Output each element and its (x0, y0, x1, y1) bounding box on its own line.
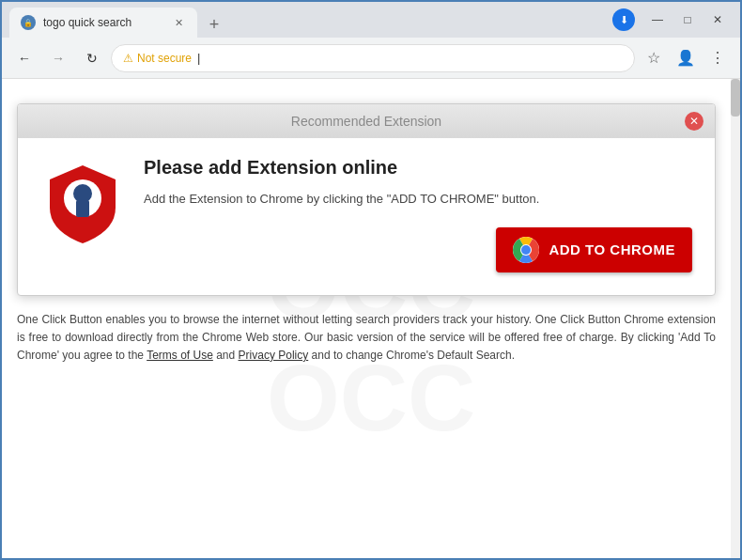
tab-area: 🔒 togo quick search ✕ + (9, 2, 609, 38)
popup-close-button[interactable]: ✕ (685, 112, 703, 131)
new-tab-button[interactable]: + (201, 11, 227, 38)
security-warning: ⚠ Not secure (123, 52, 192, 65)
popup-body: Please add Extension online Add the Exte… (18, 138, 715, 295)
title-bar-right: ⬇ (612, 8, 642, 31)
add-to-chrome-button[interactable]: ADD TO CHROME (496, 227, 692, 272)
download-icon: ⬇ (612, 8, 635, 31)
bookmark-button[interactable]: ☆ (639, 43, 669, 73)
popup-heading: Please add Extension online (144, 157, 692, 179)
popup-header-title: Recommended Extension (48, 114, 685, 129)
title-bar: 🔒 togo quick search ✕ + ⬇ — □ ✕ (2, 2, 740, 38)
menu-button[interactable]: ⋮ (703, 43, 733, 73)
profile-button[interactable]: 👤 (671, 43, 701, 73)
svg-rect-3 (78, 208, 87, 210)
popup-content: Please add Extension online Add the Exte… (144, 157, 692, 272)
tab-favicon: 🔒 (21, 15, 36, 30)
disclaimer-text: One Click Button enables you to browse t… (17, 311, 716, 366)
close-button[interactable]: ✕ (706, 8, 729, 31)
svg-point-6 (521, 245, 531, 255)
address-divider: | (197, 51, 200, 65)
browser-window: 🔒 togo quick search ✕ + ⬇ — □ ✕ ← → ↻ ⚠ … (0, 0, 742, 560)
forward-button[interactable]: → (43, 43, 73, 73)
page-inner: OCCOCCOCC Recommended Extension ✕ (2, 79, 740, 558)
page-content: OCCOCCOCC Recommended Extension ✕ (2, 79, 740, 558)
terms-of-use-link[interactable]: Terms of Use (147, 349, 213, 362)
back-button[interactable]: ← (9, 43, 39, 73)
minimize-button[interactable]: — (646, 8, 669, 31)
popup-overlay: Recommended Extension ✕ (17, 103, 716, 296)
tab-title: togo quick search (43, 16, 163, 29)
popup-header: Recommended Extension ✕ (18, 104, 715, 138)
disclaimer-and: and (213, 349, 239, 362)
navigation-bar: ← → ↻ ⚠ Not secure | ☆ 👤 ⋮ (2, 38, 740, 79)
maximize-button[interactable]: □ (676, 8, 699, 31)
shield-icon (45, 161, 120, 245)
nav-right-icons: ☆ 👤 ⋮ (639, 43, 733, 73)
warning-icon: ⚠ (123, 52, 133, 65)
active-tab[interactable]: 🔒 togo quick search ✕ (9, 8, 197, 38)
popup-description: Add the Extension to Chrome by clicking … (144, 190, 692, 209)
add-to-chrome-label: ADD TO CHROME (549, 241, 675, 257)
popup-dialog: Recommended Extension ✕ (17, 103, 716, 296)
address-bar[interactable]: ⚠ Not secure | (111, 44, 635, 72)
reload-button[interactable]: ↻ (77, 43, 107, 73)
chrome-logo-icon (513, 237, 539, 263)
shield-icon-container (40, 157, 125, 272)
tab-close-button[interactable]: ✕ (171, 15, 186, 30)
window-controls: — □ ✕ (646, 8, 733, 31)
security-label: Not secure (137, 52, 192, 65)
privacy-policy-link[interactable]: Privacy Policy (239, 349, 309, 362)
disclaimer-end: and to change Chrome's Default Search. (308, 349, 515, 362)
